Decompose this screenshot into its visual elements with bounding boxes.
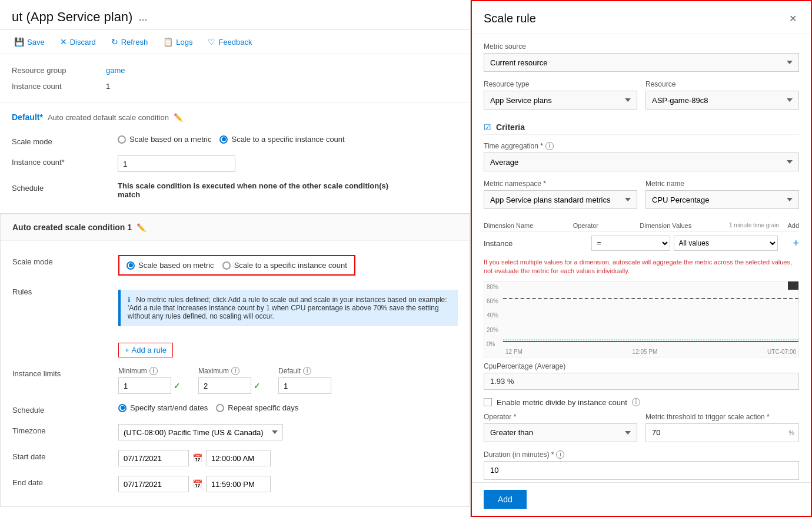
minimum-field: Minimum i ✓: [118, 367, 181, 394]
page-title-bar: ut (App Service plan) ...: [0, 0, 470, 30]
start-time-input[interactable]: [206, 450, 271, 466]
specify-dates-option[interactable]: Specify start/end dates: [118, 403, 208, 412]
maximum-field: Maximum i ✓: [198, 367, 261, 394]
condition1-header: Auto created scale condition 1 ✏️: [1, 214, 470, 241]
default-condition-edit-icon[interactable]: ✏️: [174, 113, 183, 122]
start-date-calendar-icon[interactable]: 📅: [192, 453, 202, 463]
metric-source-select[interactable]: Current resource: [484, 53, 799, 72]
save-button[interactable]: 💾 Save: [12, 36, 47, 48]
duration-input[interactable]: [484, 461, 799, 480]
end-time-input[interactable]: [206, 476, 271, 492]
metric-namespace-group: Metric namespace * App Service plans sta…: [484, 180, 637, 209]
page-title-dots[interactable]: ...: [138, 11, 147, 24]
criteria-header: ☑ Criteria: [484, 118, 799, 135]
dim-op-select[interactable]: =: [591, 236, 670, 251]
default-instance-count-input[interactable]: [118, 155, 235, 172]
specify-dates-radio[interactable]: [118, 404, 127, 412]
dimension-row-instance: Instance = All values +: [484, 232, 799, 254]
chart-dot-line: [503, 339, 798, 340]
default-instance-count-row: Instance count*: [12, 151, 458, 177]
condition1-scale-metric-radio[interactable]: [127, 261, 135, 270]
instance-limits: Minimum i ✓ Maximum: [118, 367, 331, 394]
resource-group-row: Resource group game: [12, 62, 458, 78]
end-date-calendar-icon[interactable]: 📅: [192, 479, 202, 489]
scale-rule-close-button[interactable]: ✕: [787, 11, 799, 26]
timezone-select[interactable]: (UTC-08:00) Pacific Time (US & Canada): [118, 424, 283, 440]
save-icon: 💾: [14, 37, 24, 47]
end-date-row: End date 📅: [12, 471, 458, 497]
logs-button[interactable]: 📋 Logs: [161, 36, 195, 48]
time-aggregation-select[interactable]: Average: [484, 153, 799, 171]
resource-group: Resource ASP-game-89c8: [645, 80, 799, 110]
condition1-rules-row: Rules ℹ No metric rules defined; click A…: [12, 280, 458, 362]
toolbar: 💾 Save ✕ Discard ↻ Refresh 📋 Logs ♡ Feed…: [0, 30, 470, 54]
condition1-scale-specific-radio[interactable]: [222, 261, 231, 270]
time-agg-info-icon[interactable]: i: [545, 142, 554, 150]
chart-black-rect: [788, 281, 798, 290]
default-input[interactable]: [278, 377, 331, 394]
default-scale-specific-option[interactable]: Scale to a specific instance count: [219, 135, 344, 144]
maximum-check-icon: ✓: [254, 381, 261, 390]
refresh-button[interactable]: ↻ Refresh: [109, 36, 151, 48]
scale-mode-box: Scale based on metric Scale to a specifi…: [118, 255, 355, 276]
dimension-add-button[interactable]: +: [793, 237, 799, 250]
feedback-button[interactable]: ♡ Feedback: [205, 36, 254, 48]
plus-icon: +: [125, 346, 129, 354]
condition1-edit-icon[interactable]: ✏️: [137, 223, 146, 232]
scale-rule-panel: Scale rule ✕ Metric source Current resou…: [471, 0, 812, 517]
end-date-wrap: 📅: [118, 476, 271, 492]
add-condition-row: + Add a scale condition: [0, 507, 470, 517]
maximum-input[interactable]: [198, 377, 251, 394]
rules-info-banner: ℹ No metric rules defined; click Add a r…: [118, 290, 458, 326]
chart-y-labels: 80% 60% 40% 20% 0%: [484, 281, 503, 357]
enable-divide-checkbox[interactable]: [484, 398, 492, 406]
duration-info-icon[interactable]: i: [556, 450, 564, 459]
condition1-body: Scale mode Scale based on metric Scale t…: [1, 241, 470, 506]
refresh-icon: ↻: [111, 37, 118, 47]
minimum-input[interactable]: [118, 377, 171, 394]
resource-type-group: Resource type App Service plans: [484, 80, 637, 110]
repeat-days-option[interactable]: Repeat specific days: [216, 403, 298, 412]
condition1-scale-metric-option[interactable]: Scale based on metric: [127, 261, 214, 270]
condition1-scale-specific-option[interactable]: Scale to a specific instance count: [222, 261, 347, 270]
metric-name-group: Metric name CPU Percentage: [645, 180, 799, 209]
metric-name-select[interactable]: CPU Percentage: [645, 190, 799, 209]
default-condition-header: Default* Auto created default scale cond…: [12, 112, 458, 122]
default-info-icon[interactable]: i: [303, 367, 311, 375]
default-schedule-row: Schedule This scale condition is execute…: [12, 177, 458, 204]
enable-divide-info-icon[interactable]: i: [632, 398, 640, 406]
dimension-table: Dimension Name Operator Dimension Values…: [484, 220, 799, 254]
chart-solid-line: [503, 341, 798, 342]
dimension-header: Dimension Name Operator Dimension Values…: [484, 220, 799, 232]
resource-select[interactable]: ASP-game-89c8: [645, 91, 799, 110]
add-rule-button[interactable]: + Add a rule: [118, 343, 173, 357]
chart-main-area: [503, 281, 798, 347]
info-grid: Resource group game Instance count 1: [0, 54, 470, 103]
schedule-row: Schedule Specify start/end dates Repeat …: [12, 399, 458, 419]
metric-namespace-select[interactable]: App Service plans standard metrics: [484, 190, 637, 209]
feedback-icon: ♡: [208, 37, 215, 47]
threshold-group: Metric threshold to trigger scale action…: [645, 413, 799, 442]
discard-button[interactable]: ✕ Discard: [58, 36, 98, 48]
minimum-info-icon[interactable]: i: [149, 367, 158, 375]
default-scale-metric-option[interactable]: Scale based on a metric: [118, 135, 211, 144]
add-scale-condition-button[interactable]: + Add a scale condition: [12, 514, 96, 517]
default-scale-metric-radio[interactable]: [118, 135, 126, 144]
cpu-value-display: 1.93 %: [484, 373, 799, 390]
discard-icon: ✕: [60, 37, 67, 47]
metric-namespace-name-row: Metric namespace * App Service plans sta…: [484, 180, 799, 217]
repeat-days-radio[interactable]: [216, 404, 224, 412]
resource-type-select[interactable]: App Service plans: [484, 91, 637, 110]
maximum-info-icon[interactable]: i: [231, 367, 239, 375]
scale-rule-add-button[interactable]: Add: [484, 490, 527, 509]
start-date-wrap: 📅: [118, 450, 271, 466]
threshold-input-wrap: %: [645, 423, 799, 442]
dim-vals-select[interactable]: All values: [674, 236, 778, 251]
default-scale-specific-radio[interactable]: [219, 135, 228, 144]
threshold-input[interactable]: [645, 423, 799, 442]
operator-select[interactable]: Greater than: [484, 423, 637, 442]
end-date-input[interactable]: [118, 476, 189, 492]
start-date-input[interactable]: [118, 450, 189, 466]
instance-count-row: Instance count 1: [12, 78, 458, 94]
default-scale-mode-row: Scale mode Scale based on a metric Scale…: [12, 130, 458, 151]
